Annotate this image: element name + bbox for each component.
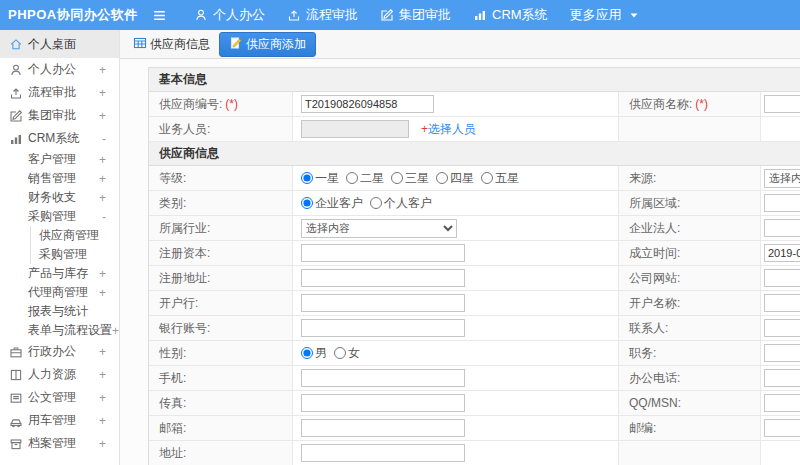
expand-toggle-icon[interactable]: + <box>99 414 119 428</box>
position-input[interactable] <box>764 344 800 362</box>
expand-toggle-icon[interactable]: + <box>99 86 119 100</box>
legal-person-input[interactable] <box>764 219 800 237</box>
category-radio[interactable] <box>370 197 382 209</box>
sidebar-item-label: 报表与统计 <box>28 303 119 320</box>
sidebar-item-sales-mgmt[interactable]: 销售管理+ <box>0 169 119 188</box>
level-radio[interactable] <box>436 172 448 184</box>
radio-option-category[interactable]: 个人客户 <box>370 195 432 212</box>
sidebar-item-form-flow-settings[interactable]: 表单与流程设置+ <box>0 321 119 340</box>
account-name-input[interactable] <box>764 294 800 312</box>
hamburger-icon[interactable] <box>146 0 173 30</box>
nav-item-group-approval[interactable]: 集团审批 <box>369 0 462 30</box>
level-radio[interactable] <box>301 172 313 184</box>
sidebar-item-purchase-mgmt[interactable]: 采购管理- <box>0 207 119 226</box>
source-select[interactable]: 选择内容 <box>764 169 800 188</box>
radio-option-gender[interactable]: 男 <box>301 345 327 362</box>
bank-input[interactable] <box>301 294 465 312</box>
sidebar-item-workflow-approval[interactable]: 流程审批+ <box>0 81 119 104</box>
expand-toggle-icon[interactable]: + <box>99 437 119 451</box>
office-phone-input[interactable] <box>764 369 800 387</box>
expand-toggle-icon[interactable]: + <box>99 191 119 205</box>
field-control-cell <box>761 341 800 365</box>
select-person-label: 选择人员 <box>428 122 476 136</box>
field-control-cell <box>293 391 619 415</box>
registered-address-input[interactable] <box>301 269 465 287</box>
radio-option-level[interactable]: 三星 <box>391 170 429 187</box>
gender-radio[interactable] <box>334 347 346 359</box>
radio-label: 男 <box>315 345 327 362</box>
zip-input[interactable] <box>764 419 800 437</box>
sidebar-item-customer-mgmt[interactable]: 客户管理+ <box>0 150 119 169</box>
sidebar-item-finance[interactable]: 财务收支+ <box>0 188 119 207</box>
bank-account-input[interactable] <box>301 319 465 337</box>
select-person-link[interactable]: +选择人员 <box>421 121 476 138</box>
expand-toggle-icon[interactable]: + <box>99 368 119 382</box>
radio-option-level[interactable]: 五星 <box>481 170 519 187</box>
level-radio[interactable] <box>481 172 493 184</box>
expand-toggle-icon[interactable]: + <box>99 286 119 300</box>
sidebar-item-agent-mgmt[interactable]: 代理商管理+ <box>0 283 119 302</box>
gender-radio[interactable] <box>301 347 313 359</box>
radio-option-category[interactable]: 企业客户 <box>301 195 363 212</box>
founded-date-input[interactable] <box>764 244 800 262</box>
sidebar-item-document-mgmt[interactable]: 公文管理+ <box>0 386 119 409</box>
radio-option-level[interactable]: 四星 <box>436 170 474 187</box>
expand-toggle-icon[interactable]: + <box>99 63 119 77</box>
field-label-cell: 公司网站: <box>619 266 761 290</box>
level-radio[interactable] <box>346 172 358 184</box>
level-radio[interactable] <box>391 172 403 184</box>
category-radio[interactable] <box>301 197 313 209</box>
sidebar-item-crm-system[interactable]: CRM系统- <box>0 127 119 150</box>
tab-supplier-info-tab[interactable]: 供应商信息 <box>133 36 210 53</box>
sales-person-input[interactable] <box>301 120 409 138</box>
expand-toggle-icon[interactable]: + <box>99 153 119 167</box>
expand-toggle-icon[interactable]: + <box>99 109 119 123</box>
sidebar-item-admin-office[interactable]: 行政办公+ <box>0 340 119 363</box>
nav-item-more-apps[interactable]: 更多应用 <box>559 0 652 30</box>
sidebar-item-product-inventory[interactable]: 产品与库存+ <box>0 264 119 283</box>
expand-toggle-icon[interactable]: + <box>112 324 120 338</box>
nav-item-personal-office[interactable]: 个人办公 <box>183 0 276 30</box>
address-input[interactable] <box>301 444 465 462</box>
email-input[interactable] <box>301 419 465 437</box>
expand-toggle-icon[interactable]: + <box>99 345 119 359</box>
field-control-cell <box>761 366 800 390</box>
radio-option-gender[interactable]: 女 <box>334 345 360 362</box>
expand-toggle-icon[interactable]: + <box>99 391 119 405</box>
field-control-cell <box>761 191 800 215</box>
sidebar-item-group-approval[interactable]: 集团审批+ <box>0 104 119 127</box>
radio-option-level[interactable]: 一星 <box>301 170 339 187</box>
field-label: 企业法人: <box>629 220 680 237</box>
sidebar-item-supplier-mgmt[interactable]: 供应商管理 <box>30 226 119 245</box>
radio-option-level[interactable]: 二星 <box>346 170 384 187</box>
registered-capital-input[interactable] <box>301 244 465 262</box>
fax-input[interactable] <box>301 394 465 412</box>
sidebar-item-archive-mgmt[interactable]: 档案管理+ <box>0 432 119 455</box>
field-control-cell <box>761 316 800 340</box>
expand-toggle-icon[interactable]: - <box>102 132 119 146</box>
sidebar-item-human-resources[interactable]: 人力资源+ <box>0 363 119 386</box>
region-input[interactable] <box>764 194 800 212</box>
expand-toggle-icon[interactable]: + <box>99 267 119 281</box>
mobile-input[interactable] <box>301 369 465 387</box>
nav-item-workflow-approval[interactable]: 流程审批 <box>276 0 369 30</box>
nav-item-crm-system[interactable]: CRM系统 <box>462 0 559 30</box>
website-input[interactable] <box>764 269 800 287</box>
field-label: 邮箱: <box>159 420 186 437</box>
sidebar-item-reports-stats[interactable]: 报表与统计 <box>0 302 119 321</box>
field-label: 地址: <box>159 445 186 462</box>
expand-toggle-icon[interactable]: + <box>99 172 119 186</box>
expand-toggle-icon[interactable]: - <box>102 210 119 224</box>
field-label: 开户行: <box>159 295 198 312</box>
sidebar-item-vehicle-mgmt[interactable]: 用车管理+ <box>0 409 119 432</box>
sidebar-item-personal-desktop[interactable]: 个人桌面 <box>0 30 119 58</box>
contact-input[interactable] <box>764 319 800 337</box>
supplier-name-input[interactable] <box>764 95 800 113</box>
sidebar-item-personal-office[interactable]: 个人办公+ <box>0 58 119 81</box>
qq-msn-input[interactable] <box>764 394 800 412</box>
field-control-cell <box>761 216 800 240</box>
tab-supplier-add-tab[interactable]: 供应商添加 <box>219 32 316 57</box>
sidebar-item-purchasing[interactable]: 采购管理 <box>30 245 119 264</box>
industry-select[interactable]: 选择内容 <box>301 219 457 238</box>
supplier-no-input[interactable] <box>301 95 434 113</box>
